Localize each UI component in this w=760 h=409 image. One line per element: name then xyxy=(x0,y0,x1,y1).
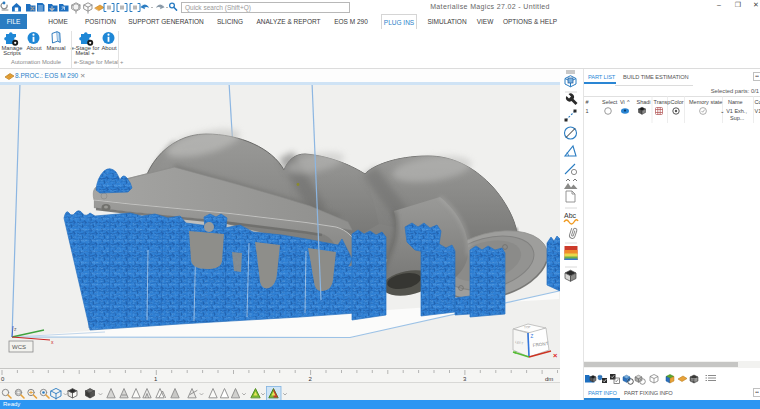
svg-text:×: × xyxy=(553,351,558,360)
svg-text:Select: Select xyxy=(602,99,618,105)
svg-text:TOP: TOP xyxy=(524,325,531,329)
svg-text:⌄ V1 Exh.,: ⌄ V1 Exh., xyxy=(720,108,747,114)
svg-text:Abc: Abc xyxy=(564,212,577,219)
svg-text:1: 1 xyxy=(586,108,589,114)
svg-text:Vi: Vi xyxy=(620,99,625,105)
svg-text:Co: Co xyxy=(755,99,760,105)
svg-text:Z: Z xyxy=(531,334,534,339)
svg-text:z: z xyxy=(14,326,17,332)
svg-text:Memory state: Memory state xyxy=(689,99,722,105)
svg-text:Transp: Transp xyxy=(654,99,671,105)
svg-text:V1: V1 xyxy=(755,108,760,114)
svg-text:#: # xyxy=(586,99,590,105)
svg-text:WCS: WCS xyxy=(12,344,26,350)
svg-text:Shadi: Shadi xyxy=(637,99,651,105)
svg-text:Name: Name xyxy=(728,99,743,105)
svg-text:^: ^ xyxy=(627,99,630,105)
svg-text:x: x xyxy=(51,339,54,345)
svg-text:Sup...: Sup... xyxy=(730,115,745,121)
svg-text:Color: Color xyxy=(671,99,684,105)
